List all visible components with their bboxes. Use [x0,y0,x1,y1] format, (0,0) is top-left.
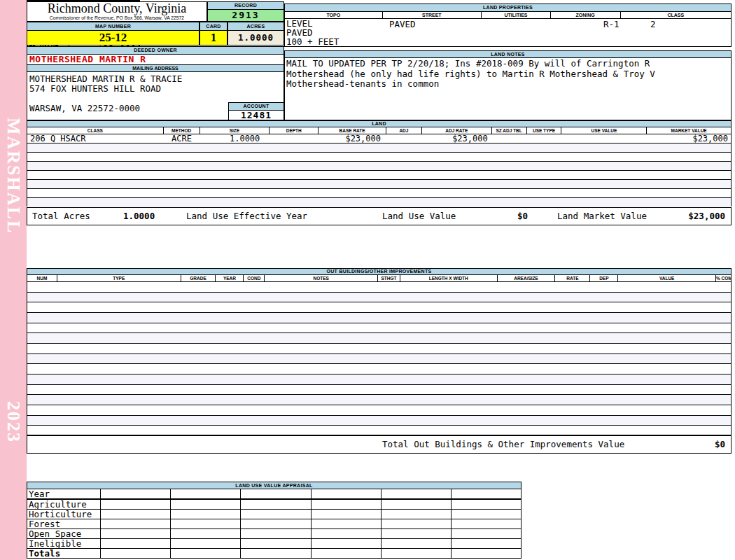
land-properties-values: LEVEL PAVED 100 + FEET PAVED R-1 2 [285,19,731,46]
land-cell [27,189,164,197]
land-use-row-label: Agriculture [27,500,101,509]
land-cell [270,198,318,207]
land-empty-row [27,144,731,153]
land-use-row-label: Forest [27,519,101,528]
land-use-cell [312,500,382,509]
land-empty-row [27,153,731,162]
land-cell: $23,000 [647,134,731,143]
land-use-cell [312,529,382,538]
land-cell [647,198,731,207]
left-banner: MARSHALL 2023 [0,0,27,560]
land-use-cell [451,529,521,538]
land-cell [527,153,562,161]
land-table: LAND CLASSMETHODSIZEDEPTHBASE RATEADJADJ… [27,120,732,206]
land-cell [647,180,731,188]
ob-empty-row [27,302,731,313]
land-cell [527,171,562,179]
ob-empty-row [27,416,731,426]
land-cell [422,198,492,207]
ob-col-cond: COND [244,275,265,281]
land-use-cell [171,539,241,548]
land-cell [422,171,492,179]
land-use-cell [312,539,382,548]
ob-col-grade: GRADE [181,275,216,281]
map-number-label: MAP NUMBER [27,22,199,31]
land-use-row-label: Totals [27,549,101,558]
land-col-use-value: USE VALUE [561,127,647,134]
ob-empty-row [27,344,731,354]
land-cell: ACRE [164,134,200,143]
land-cell [318,153,386,161]
land-use-cell [451,549,521,558]
ob-col-notes: NOTES [265,275,378,281]
land-use-cell [382,519,451,528]
land-use-cell [101,489,171,498]
land-use-cell [101,500,171,509]
land-cell [492,153,527,161]
land-empty-row [27,189,731,198]
land-cell [318,144,386,152]
land-cell [386,162,422,170]
land-use-appraisal-title: LAND USE VALUE APPRAISAL [27,482,521,489]
record-value: 2913 [208,10,284,21]
property-record-card: MARSHALL 2023 Richmond County, Virginia … [0,0,735,560]
land-use-cell [312,549,382,558]
land-cell [270,153,318,161]
land-use-cell [171,529,241,538]
ob-empty-row [27,374,731,385]
address-line-1: MOTHERSHEAD MARTIN R & TRACIE [29,74,182,84]
land-cell [561,189,647,197]
land-use-cell [382,539,451,548]
land-cell [561,162,647,170]
class-value: 2 [650,19,656,29]
ob-col-value: VALUE [618,275,716,281]
land-cell [647,144,731,152]
land-cell [164,162,200,170]
land-properties-col-utilities: UTILITIES [482,12,551,18]
land-use-cell [312,519,382,528]
land-use-cell [382,500,451,509]
land-market-value: $23,000 [688,208,725,225]
land-use-cell [382,489,451,498]
land-col-depth: DEPTH [270,127,318,134]
land-use-row-label: Ineligible [27,539,101,548]
land-properties-col-zoning: ZONING [551,12,621,18]
land-table-columns: CLASSMETHODSIZEDEPTHBASE RATEADJADJ RATE… [27,127,731,134]
land-use-value: $0 [517,208,528,225]
land-notes-text: MAIL TO UPDATED PER TP 2/20/18; Ins #201… [285,58,731,90]
land-use-cell [382,529,451,538]
land-cell [422,180,492,188]
land-cell [561,153,647,161]
land-table-body: 206 Q HSACRACRE1.0000$23,000$23,000$23,0… [27,134,731,207]
ob-col-area-size: AREA/SIZE [498,275,556,281]
card-label: CARD [200,22,227,31]
land-cell [527,134,562,143]
land-cell [386,134,422,143]
land-empty-row [27,198,731,207]
land-empty-row [27,162,731,171]
land-use-cell [241,519,311,528]
land-cell [386,180,422,188]
land-notes-box: LAND NOTES MAIL TO UPDATED PER TP 2/20/1… [284,50,732,120]
land-use-value-label: Land Use Value [382,208,456,225]
land-row: 206 Q HSACRACRE1.0000$23,000$23,000$23,0… [27,134,731,144]
land-cell [200,144,270,152]
land-empty-row [27,180,731,189]
out-buildings-total-value: $0 [715,436,725,453]
land-use-cell [171,549,241,558]
land-empty-row [27,171,731,180]
ob-col-rate: RATE [555,275,590,281]
land-cell [492,198,527,207]
ob-empty-row [27,323,731,334]
land-cell [561,180,647,188]
land-cell [164,171,200,179]
land-col-adj-rate: ADJ RATE [422,127,492,134]
banner-year: 2023 [3,401,24,443]
land-cell [527,189,562,197]
ob-empty-row [27,385,731,396]
land-cell [27,198,164,207]
land-cell [647,171,731,179]
land-cell [270,189,318,197]
land-use-row-label: Open Space [27,529,101,538]
ob-col-length-x-width: LENGTH X WIDTH [400,275,498,281]
